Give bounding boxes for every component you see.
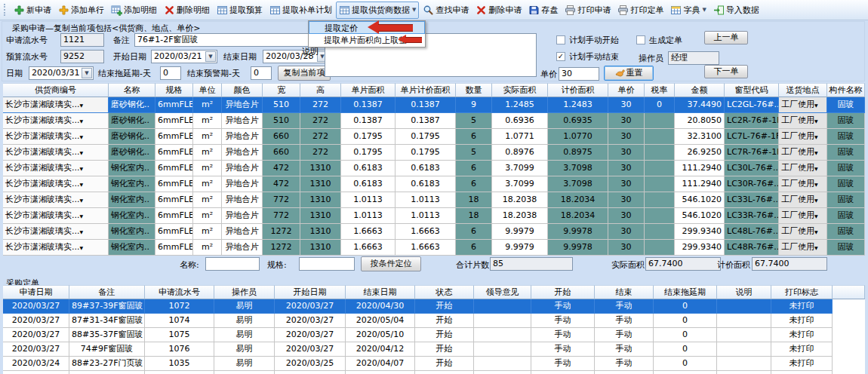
chevron-down-icon[interactable]: ▼	[80, 229, 84, 235]
chevron-down-icon[interactable]: ▼	[814, 118, 818, 124]
table-row[interactable]: 长沙市潇湘玻璃实...▼钢化室内..6mmFLE..m²异地合片12721310…	[3, 240, 865, 256]
toolbar-button-extract-supplier-data[interactable]: 提取供货商数据▼	[336, 2, 419, 19]
column-header-piece-area[interactable]: 单片面积	[341, 83, 396, 97]
column-header-note[interactable]: 说明	[717, 285, 771, 299]
column-header-supplier[interactable]: 供货商编号	[3, 83, 109, 97]
cell-supplier[interactable]: 长沙市潇湘玻璃实...▼	[3, 161, 109, 176]
total-pieces-field[interactable]: 85	[490, 257, 573, 271]
chevron-down-icon[interactable]: ▼	[80, 198, 84, 203]
filter-spec-input[interactable]	[299, 257, 355, 271]
cell-supplier[interactable]: 长沙市潇湘玻璃实...▼	[3, 145, 109, 161]
generate-order-checkbox[interactable]	[636, 35, 645, 44]
prev-order-button[interactable]: 上一单	[704, 31, 748, 44]
column-header-remark[interactable]: 备注	[69, 285, 145, 299]
locate-by-condition-button[interactable]: 按条件定位	[361, 256, 421, 271]
column-header-name[interactable]: 名称	[109, 83, 155, 97]
chevron-down-icon[interactable]: ▼	[814, 103, 818, 108]
column-header-status[interactable]: 状态	[415, 285, 474, 299]
column-header-end-date[interactable]: 结束日期	[346, 285, 415, 299]
chevron-down-icon[interactable]: ▼	[80, 245, 84, 250]
cell-delivery-place[interactable]: 工厂使用▼	[779, 145, 827, 161]
cell-supplier[interactable]: 长沙市潇湘玻璃实...▼	[3, 208, 109, 224]
table-row[interactable]: 2020/03/2788#35-37F窗固玻1075易明2020/03/2720…	[3, 328, 865, 342]
remark-field[interactable]: 76#1-2F窗固玻	[134, 33, 317, 47]
unit-price-field[interactable]: 30	[559, 67, 599, 81]
budget-no-field[interactable]: 9252	[60, 50, 104, 63]
date-combo[interactable]: 2020/03/31▼	[29, 66, 94, 80]
column-header-priced-area[interactable]: 计价面积	[548, 83, 608, 97]
operator-field[interactable]: 经理	[668, 51, 719, 65]
column-header-unit-price[interactable]: 单价	[608, 83, 645, 97]
apply-no-field[interactable]: 1121	[60, 33, 104, 47]
column-header-height[interactable]: 高	[300, 83, 341, 97]
chevron-down-icon[interactable]: ▼	[814, 150, 818, 155]
table-row[interactable]: 长沙市潇湘玻璃实...▼钢化室内..6mmFLE..m²异地合片47213100…	[3, 161, 865, 176]
cell-supplier[interactable]: 长沙市潇湘玻璃实...▼	[3, 192, 109, 208]
end-warn-field[interactable]: 0	[251, 66, 272, 80]
cell-delivery-place[interactable]: 工厂使用▼	[779, 161, 827, 176]
chevron-down-icon[interactable]: ▼	[412, 7, 416, 13]
toolbar-button-new-request[interactable]: 新申请	[11, 2, 54, 19]
column-header-leader-opinion[interactable]: 领导意见	[474, 285, 531, 299]
cell-delivery-place[interactable]: 工厂使用▼	[779, 129, 827, 145]
chevron-down-icon[interactable]: ▼	[80, 150, 84, 155]
column-header-piece-priced-area[interactable]: 单片计价面积	[396, 83, 456, 97]
table-row[interactable]: 长沙市潇湘玻璃实...▼磨砂钢化..6mmFLE..m²异地合片5102720.…	[3, 113, 865, 129]
table-row[interactable]: 2020/03/2774#9F窗固玻1076易明2020/03/272020/0…	[3, 342, 865, 357]
table-row[interactable]: 长沙市潇湘玻璃实...▼磨砂钢化..6mmFLE..m²异地合片6602720.…	[3, 129, 865, 145]
column-header-end[interactable]: 结束	[595, 285, 654, 299]
copy-current-button[interactable]: 复制当前项	[278, 66, 331, 81]
chevron-down-icon[interactable]: ▼	[80, 182, 84, 187]
column-header-operator[interactable]: 操作员	[214, 285, 275, 299]
column-header-print-flag[interactable]: 打印标志	[771, 285, 833, 299]
cell-delivery-place[interactable]: 工厂使用▼	[779, 240, 827, 256]
chevron-down-icon[interactable]: ▼	[702, 7, 706, 13]
end-delay-field[interactable]: 0	[160, 66, 181, 80]
toolbar-button-extract-budget[interactable]: 提取预算	[214, 2, 266, 19]
chevron-down-icon[interactable]: ▼	[814, 182, 818, 187]
column-header-color[interactable]: 颜色	[222, 83, 263, 97]
column-header-tax-rate[interactable]: 税率	[645, 83, 675, 97]
chevron-down-icon[interactable]: ▼	[80, 213, 84, 219]
cell-supplier[interactable]: 长沙市潇湘玻璃实...▼	[3, 240, 109, 256]
column-header-qty[interactable]: 数量	[456, 83, 492, 97]
table-row[interactable]: 2020/03/2488#23-27F门页玻1035易明2020/03/2520…	[3, 357, 865, 371]
toolbar-button-save[interactable]: 存盘	[525, 2, 561, 19]
cell-delivery-place[interactable]: 工厂使用▼	[779, 208, 827, 224]
table-row[interactable]: 长沙市潇湘玻璃实...▼磨砂钢化..6mmFLE..m²异地合片6602720.…	[3, 145, 865, 161]
cell-supplier[interactable]: 长沙市潇湘玻璃实...▼	[3, 176, 109, 192]
column-header-width[interactable]: 宽	[263, 83, 300, 97]
filter-name-input[interactable]	[205, 257, 260, 271]
column-header-end-delay[interactable]: 结束拖延期	[654, 285, 717, 299]
toolbar-button-print-request[interactable]: 打印申请	[562, 2, 614, 19]
column-header-unit[interactable]: 单位	[193, 83, 222, 97]
chevron-down-icon[interactable]: ▼	[814, 134, 818, 139]
table-row[interactable]: 长沙市潇湘玻璃实...▼钢化室内..6mmFLE..m²异地合片77213101…	[3, 208, 865, 224]
table-row[interactable]: 2020/03/2789#37-39F窗固玻1072易明2020/03/2720…	[3, 299, 865, 314]
chevron-down-icon[interactable]: ▼	[814, 229, 818, 235]
column-header-apply-no[interactable]: 申请流水号	[145, 285, 214, 299]
toolbar-button-print-order[interactable]: 打印定单	[614, 2, 666, 19]
toolbar-button-add-detail[interactable]: 添加明细	[108, 2, 160, 19]
toolbar-button-dictionary[interactable]: 字典▼	[667, 2, 709, 19]
next-order-button[interactable]: 下一单	[704, 65, 748, 78]
column-header-spec[interactable]: 规格	[155, 83, 193, 97]
start-date-combo[interactable]: 2020/03/21▼	[151, 50, 217, 63]
column-header-actual-area[interactable]: 实际面积	[492, 83, 548, 97]
table-row[interactable]	[3, 371, 865, 374]
cell-delivery-place[interactable]: 工厂使用▼	[779, 192, 827, 208]
toolbar-button-extract-supplement-plan[interactable]: 提取补单计划	[266, 2, 335, 19]
chevron-down-icon[interactable]: ▼	[82, 68, 92, 78]
reset-button[interactable]: 重置	[604, 66, 654, 81]
cell-delivery-place[interactable]: 工厂使用▼	[779, 113, 827, 129]
chevron-down-icon[interactable]: ▼	[814, 166, 818, 171]
cell-delivery-place[interactable]: 工厂使用▼	[779, 97, 827, 113]
cell-delivery-place[interactable]: 工厂使用▼	[779, 176, 827, 192]
column-header-start[interactable]: 开始	[531, 285, 595, 299]
end-date-combo[interactable]: 2020/03/28▼	[263, 50, 329, 63]
toolbar-button-delete-detail[interactable]: 删除明细	[161, 2, 213, 19]
column-header-start-date[interactable]: 开始日期	[275, 285, 346, 299]
column-header-amount[interactable]: 金额	[675, 83, 725, 97]
toolbar-button-add-single-row[interactable]: 添加单行	[55, 2, 107, 19]
actual-area-field[interactable]: 67.7400	[645, 257, 721, 271]
